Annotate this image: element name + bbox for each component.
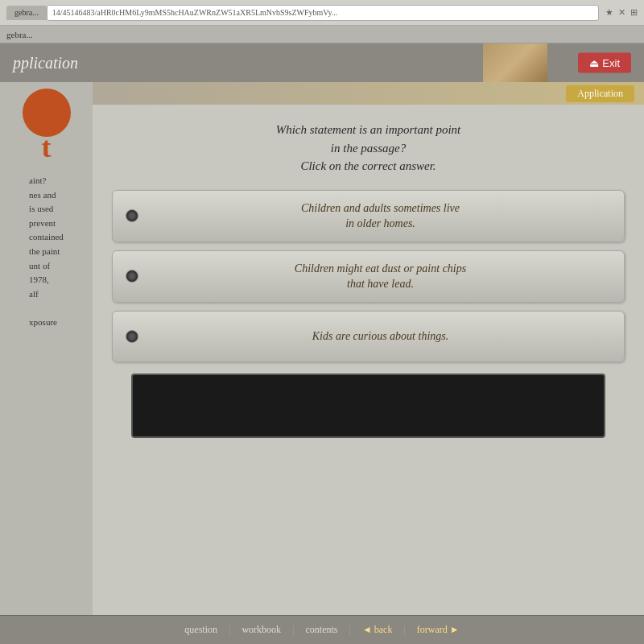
radio-dot-1 (126, 209, 138, 222)
app-logo (483, 43, 547, 82)
question-line1: Which statement is an important point (276, 123, 461, 136)
application-label: Application (566, 85, 634, 102)
left-text-line: prevent (29, 217, 64, 231)
nav-contents[interactable]: contents (294, 616, 349, 644)
tab-bar: gebra... (0, 26, 644, 43)
browser-bar: gebra... 14/45146483/aHR0cHM6Ly9mMS5hcHA… (0, 0, 644, 26)
question-text: Which statement is an important point in… (112, 121, 625, 175)
logo-t-letter: t (42, 130, 52, 164)
nav-back[interactable]: ◄ back (351, 616, 404, 644)
star-icon[interactable]: ★ (605, 7, 613, 18)
nav-workbook[interactable]: workbook (230, 616, 292, 644)
exit-label: Exit (602, 57, 620, 69)
left-text-line: the paint (29, 245, 64, 259)
left-panel: t aint? nes and is used prevent containe… (0, 82, 93, 615)
url-text: 14/45146483/aHR0cHM6Ly9mMS5hcHAuZWRnZW51… (52, 8, 338, 17)
answer-option-2[interactable]: Children might eat dust or paint chips t… (112, 250, 625, 303)
nav-question[interactable]: question (173, 616, 229, 644)
tab-label: gebra... (14, 8, 39, 17)
answer-2-line1: Children might eat dust or paint chips (295, 262, 466, 275)
left-text-line: contained (29, 230, 64, 245)
browser-url[interactable]: 14/45146483/aHR0cHM6Ly9mMS5hcHAuZWRnZW51… (47, 5, 599, 21)
app-title: pplication (13, 54, 78, 72)
right-panel: Application Which statement is an import… (93, 82, 644, 615)
close-icon[interactable]: ✕ (618, 7, 625, 18)
answer-text-3: Kids are curious about things. (150, 328, 611, 345)
answer-2-line2: that have lead. (347, 278, 414, 290)
radio-dot-2 (126, 270, 138, 283)
left-text-line: is used (29, 202, 64, 217)
radio-dot-3 (126, 330, 138, 343)
browser-tab[interactable]: gebra... (6, 6, 47, 20)
answer-1-line1: Children and adults sometimes live (301, 202, 460, 214)
app-header: pplication ⏏ Exit (0, 43, 644, 82)
grid-icon[interactable]: ⊞ (630, 7, 638, 18)
nav-forward[interactable]: forward ► (406, 616, 471, 644)
answer-3-line1: Kids are curious about things. (312, 330, 448, 342)
question-line3: Click on the correct answer. (300, 159, 436, 172)
answer-text-2: Children might eat dust or paint chips t… (150, 261, 611, 292)
logo-container: t (23, 89, 71, 164)
bottom-nav: question | workbook | contents | ◄ back … (0, 615, 644, 644)
answer-1-line2: in older homes. (345, 217, 415, 229)
question-line2: in the passage? (331, 142, 406, 155)
answer-option-1[interactable]: Children and adults sometimes live in ol… (112, 190, 625, 242)
left-text-line: 1978, (29, 273, 64, 287)
tab-bar-label: gebra... (6, 30, 33, 39)
black-box-answer (131, 374, 605, 438)
answer-text-1: Children and adults sometimes live in ol… (150, 200, 611, 232)
left-text-line: aint? (29, 174, 64, 188)
logo-circle (23, 89, 71, 137)
browser-icons: ★ ✕ ⊞ (605, 7, 638, 18)
question-area: Which statement is an important point in… (93, 105, 644, 184)
exit-icon: ⏏ (589, 57, 599, 69)
left-text-line: xposure (29, 316, 64, 330)
left-text-line: alf (29, 287, 64, 302)
answers-area: Children and adults sometimes live in ol… (93, 184, 644, 448)
answer-option-3[interactable]: Kids are curious about things. (112, 311, 625, 362)
application-label-bar: Application (93, 82, 644, 105)
main-content: t aint? nes and is used prevent containe… (0, 82, 644, 615)
left-text-line: nes and (29, 188, 64, 203)
left-panel-text: aint? nes and is used prevent contained … (29, 174, 64, 330)
exit-button[interactable]: ⏏ Exit (578, 53, 631, 73)
left-text-line: unt of (29, 259, 64, 274)
